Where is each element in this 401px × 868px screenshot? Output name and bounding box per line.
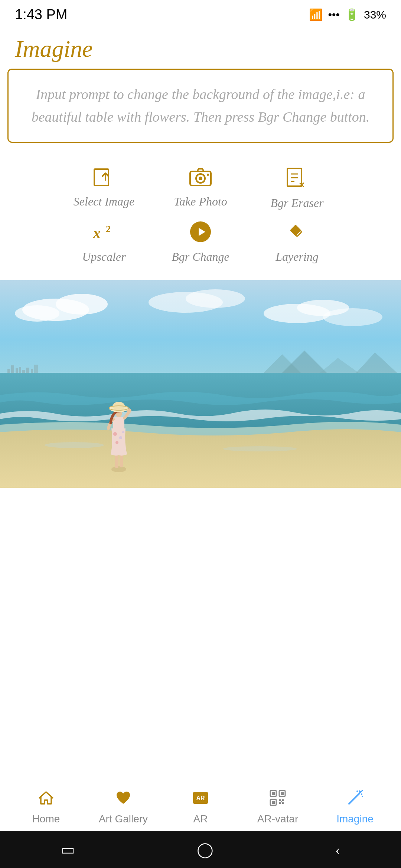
battery-label: 33% bbox=[364, 9, 386, 21]
nav-home-label: Home bbox=[32, 813, 60, 825]
layering-label: Layering bbox=[276, 250, 319, 264]
beach-image bbox=[0, 280, 401, 488]
wifi-icon: 📶 bbox=[309, 8, 323, 21]
svg-rect-65 bbox=[281, 801, 282, 802]
nav-ar[interactable]: AR AR bbox=[162, 789, 239, 825]
android-nav-bar: ▭ ◯ ‹ bbox=[0, 831, 401, 868]
upscaler-button[interactable]: x 2 Upscaler bbox=[56, 215, 152, 269]
nav-home[interactable]: Home bbox=[7, 789, 85, 825]
svg-point-43 bbox=[115, 441, 118, 444]
qr-icon bbox=[269, 789, 287, 811]
svg-point-5 bbox=[207, 174, 209, 176]
signal-icon-1: ••• bbox=[328, 9, 340, 21]
svg-rect-60 bbox=[272, 801, 275, 804]
status-time: 1:43 PM bbox=[15, 7, 68, 23]
select-image-icon bbox=[93, 167, 115, 192]
svg-point-52 bbox=[223, 446, 297, 451]
nav-ar-vatar[interactable]: AR-vatar bbox=[239, 789, 316, 825]
svg-rect-61 bbox=[279, 799, 281, 801]
nav-imagine-label: Imagine bbox=[336, 813, 374, 825]
nav-imagine[interactable]: Imagine bbox=[316, 789, 394, 825]
svg-text:AR: AR bbox=[196, 795, 205, 801]
svg-point-21 bbox=[186, 289, 245, 308]
app-title: Imagine bbox=[0, 26, 401, 69]
layering-button[interactable]: Layering bbox=[249, 215, 345, 269]
take-photo-button[interactable]: Take Photo bbox=[152, 161, 249, 215]
nav-art-gallery[interactable]: Art Gallery bbox=[85, 789, 162, 825]
svg-text:2: 2 bbox=[106, 224, 111, 234]
take-photo-icon bbox=[189, 167, 212, 192]
heart-icon bbox=[114, 789, 132, 811]
bgr-change-button[interactable]: Bgr Change bbox=[152, 215, 249, 269]
svg-point-41 bbox=[113, 432, 117, 436]
nav-ar-vatar-label: AR-vatar bbox=[257, 813, 298, 825]
bgr-eraser-label: Bgr Eraser bbox=[270, 196, 323, 210]
upscaler-icon: x 2 bbox=[92, 220, 115, 247]
svg-rect-62 bbox=[282, 799, 284, 801]
svg-point-71 bbox=[356, 790, 358, 792]
svg-point-18 bbox=[56, 294, 108, 315]
ar-icon: AR bbox=[192, 789, 209, 811]
android-back-button[interactable]: ‹ bbox=[335, 841, 340, 858]
svg-point-42 bbox=[119, 436, 122, 439]
select-image-button[interactable]: Select Image bbox=[56, 161, 152, 215]
svg-rect-63 bbox=[279, 802, 281, 804]
bgr-change-icon bbox=[189, 220, 212, 247]
nav-ar-label: AR bbox=[193, 813, 208, 825]
home-icon bbox=[37, 789, 55, 811]
svg-point-70 bbox=[361, 793, 362, 795]
wand-icon bbox=[346, 789, 364, 811]
toolbar: Select Image Take Photo × Bgr Erase bbox=[0, 158, 401, 273]
bgr-eraser-button[interactable]: × Bgr Eraser bbox=[249, 161, 345, 215]
svg-text:×: × bbox=[299, 179, 304, 190]
svg-point-4 bbox=[199, 177, 202, 180]
take-photo-label: Take Photo bbox=[174, 195, 227, 208]
bottom-navigation: Home Art Gallery AR AR bbox=[0, 783, 401, 831]
battery-icon: 🔋 bbox=[345, 8, 359, 21]
svg-line-66 bbox=[349, 793, 359, 804]
svg-point-38 bbox=[111, 466, 126, 472]
bgr-eraser-icon: × bbox=[286, 167, 309, 193]
android-recent-button[interactable]: ▭ bbox=[61, 841, 75, 858]
nav-art-gallery-label: Art Gallery bbox=[99, 813, 148, 825]
status-bar: 1:43 PM 📶 ••• 🔋 33% bbox=[0, 0, 401, 26]
svg-rect-0 bbox=[94, 169, 108, 185]
svg-point-44 bbox=[122, 431, 124, 433]
svg-rect-64 bbox=[282, 802, 284, 804]
svg-point-24 bbox=[323, 308, 382, 326]
svg-point-19 bbox=[15, 305, 59, 322]
svg-point-72 bbox=[362, 796, 363, 797]
layering-icon bbox=[286, 220, 309, 247]
svg-rect-56 bbox=[272, 792, 275, 795]
android-home-button[interactable]: ◯ bbox=[197, 841, 213, 858]
svg-rect-58 bbox=[281, 792, 284, 795]
select-image-label: Select Image bbox=[74, 195, 134, 208]
bgr-change-label: Bgr Change bbox=[172, 250, 229, 264]
svg-point-51 bbox=[45, 442, 104, 448]
upscaler-label: Upscaler bbox=[82, 250, 125, 264]
svg-text:x: x bbox=[93, 225, 101, 241]
svg-rect-45 bbox=[113, 417, 124, 430]
status-icons: 📶 ••• 🔋 33% bbox=[309, 8, 386, 21]
prompt-text: Input prompt to change the background of… bbox=[20, 83, 381, 128]
prompt-box[interactable]: Input prompt to change the background of… bbox=[7, 69, 394, 143]
